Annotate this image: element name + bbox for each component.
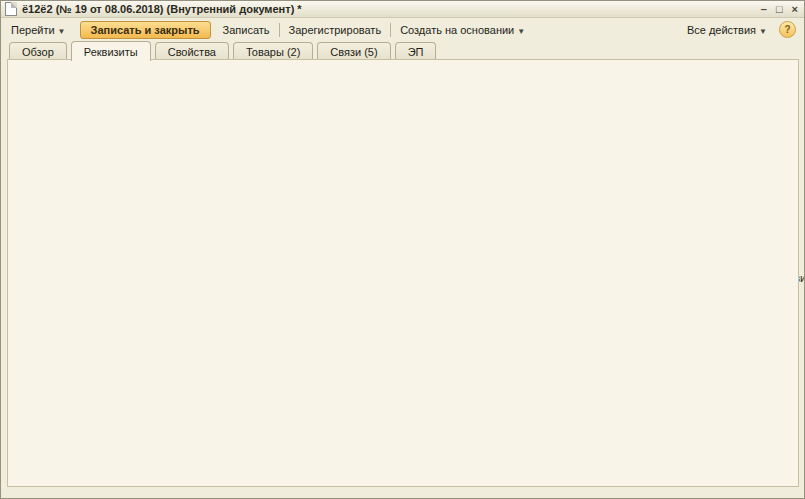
title-bar: ё12ё2 (№ 19 от 08.06.2018) (Внутренний д…: [1, 1, 804, 18]
create-based-label: Создать на основании: [400, 24, 514, 36]
all-actions-label: Все действия: [687, 24, 756, 36]
tab-links[interactable]: Связи (5): [317, 42, 390, 60]
chevron-down-icon: ▼: [58, 27, 66, 36]
create-based-menu-button[interactable]: Создать на основании▼: [396, 23, 529, 37]
document-window: ё12ё2 (№ 19 от 08.06.2018) (Внутренний д…: [0, 0, 805, 499]
tab-goods[interactable]: Товары (2): [233, 42, 313, 60]
command-bar: Перейти▼ Записать и закрыть Записать Зар…: [1, 19, 804, 40]
chevron-down-icon: ▼: [759, 27, 767, 36]
save-button[interactable]: Записать: [219, 23, 274, 37]
document-icon: [5, 2, 17, 16]
all-actions-menu-button[interactable]: Все действия▼: [683, 23, 771, 37]
tab-signature[interactable]: ЭП: [395, 42, 437, 60]
goto-menu-button[interactable]: Перейти▼: [7, 23, 70, 37]
maximize-button[interactable]: □: [776, 4, 783, 15]
close-button[interactable]: ×: [792, 4, 798, 15]
tab-requisites[interactable]: Реквизиты: [71, 41, 151, 61]
requisites-panel: [7, 59, 799, 487]
toolbar-separator: [390, 23, 391, 37]
save-close-button[interactable]: Записать и закрыть: [80, 21, 211, 39]
tab-properties[interactable]: Свойства: [155, 42, 229, 60]
window-title: ё12ё2 (№ 19 от 08.06.2018) (Внутренний д…: [22, 3, 302, 15]
chevron-down-icon: ▼: [517, 27, 525, 36]
help-button[interactable]: ?: [779, 21, 796, 38]
toolbar-separator: [279, 23, 280, 37]
window-controls: – □ ×: [761, 4, 798, 15]
register-button[interactable]: Зарегистрировать: [285, 23, 386, 37]
goto-label: Перейти: [11, 24, 55, 36]
minimize-button[interactable]: –: [761, 4, 767, 15]
tab-overview[interactable]: Обзор: [9, 42, 67, 60]
